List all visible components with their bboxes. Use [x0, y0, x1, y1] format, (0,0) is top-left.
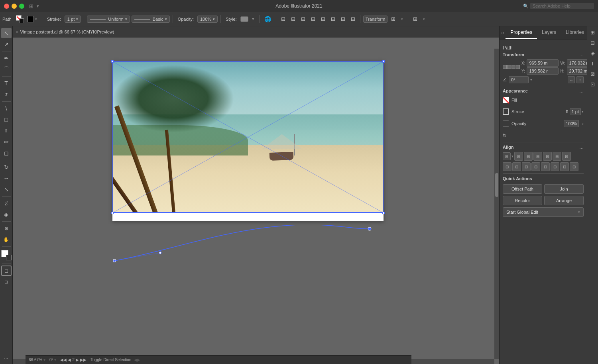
- align-to-dropdown[interactable]: ⊟ ▾: [503, 152, 513, 161]
- stroke-weight-dropdown[interactable]: 1 pt ▾: [65, 16, 81, 23]
- transform-label[interactable]: Transform: [363, 16, 388, 23]
- align-ri-icon[interactable]: ⊠: [588, 69, 597, 78]
- handle-bl[interactable]: [111, 212, 114, 214]
- nav-prev-icon[interactable]: ◀: [68, 358, 71, 362]
- dist-left-btn[interactable]: ⊟: [503, 162, 511, 171]
- type-ri-icon[interactable]: T: [588, 59, 597, 68]
- angle-dropdown[interactable]: ▾: [54, 358, 56, 362]
- direct-select-tool[interactable]: ↗: [1, 39, 12, 49]
- align-btn-1[interactable]: ⊟: [279, 15, 287, 23]
- tab-layers[interactable]: Layers: [537, 26, 561, 39]
- align-btn-8[interactable]: ⊟: [349, 15, 357, 23]
- eraser-tool[interactable]: ◻: [1, 148, 12, 158]
- opacity-expand[interactable]: ›: [582, 121, 584, 126]
- stroke-fill-indicator[interactable]: [16, 15, 24, 23]
- document-tab[interactable]: Vintage postcard.ai @ 66.67 % (CMYK/Prev…: [20, 30, 114, 34]
- flip-h-button[interactable]: ↔: [568, 76, 575, 83]
- grid-dot[interactable]: [516, 65, 520, 69]
- style-swatch[interactable]: [240, 16, 248, 22]
- stroke-style-dropdown[interactable]: Basic ▾: [132, 16, 170, 23]
- arrange-dropdown[interactable]: ▾: [421, 16, 427, 22]
- dist-center-h-btn[interactable]: ⊟: [512, 162, 521, 171]
- offset-path-button[interactable]: Offset Path: [503, 184, 542, 194]
- transform-more[interactable]: …: [579, 52, 584, 57]
- stroke-dropdown-arrow[interactable]: ▾: [35, 17, 37, 21]
- style-dropdown[interactable]: ▾: [250, 16, 256, 22]
- panel-collapse-icon[interactable]: ‹‹: [500, 26, 506, 39]
- handle-tr[interactable]: [382, 60, 385, 63]
- zoom-dropdown[interactable]: ▾: [43, 358, 45, 362]
- close-button[interactable]: [4, 4, 9, 9]
- y-value[interactable]: 189.582 r: [527, 67, 559, 75]
- stroke-weight-up[interactable]: ⬆: [565, 109, 569, 114]
- opacity-value-panel[interactable]: 100%: [564, 120, 579, 127]
- grid-dot[interactable]: [503, 65, 507, 69]
- align-btn-3[interactable]: ⊟: [299, 15, 307, 23]
- grid-dot[interactable]: [507, 65, 511, 69]
- nav-first-icon[interactable]: ◀◀: [60, 358, 67, 362]
- control-handle-1[interactable]: [159, 252, 161, 254]
- vertical-scrollbar-thumb[interactable]: [495, 173, 498, 197]
- artboard-nav[interactable]: ◀◀ ◀ 2 ▶ ▶▶: [60, 358, 87, 362]
- toggle-arrows[interactable]: ◀▶: [134, 358, 140, 362]
- tab-libraries[interactable]: Libraries: [561, 26, 589, 39]
- align-btn-6[interactable]: ⊟: [329, 15, 337, 23]
- hand-tool[interactable]: ✋: [1, 234, 12, 245]
- line-tool[interactable]: \: [1, 103, 12, 114]
- appearance-more[interactable]: …: [579, 89, 584, 93]
- more-tools[interactable]: …: [1, 352, 12, 362]
- align-center-h-btn[interactable]: ⊟: [524, 152, 533, 161]
- search-input[interactable]: [530, 3, 594, 9]
- dist-top-btn[interactable]: ⊟: [531, 162, 540, 171]
- arrange-icon[interactable]: ⊞: [411, 15, 419, 23]
- rotate-tool[interactable]: ↻: [1, 162, 12, 172]
- rect-tool[interactable]: □: [1, 114, 12, 125]
- eyedropper-tool[interactable]: 𝓔: [1, 198, 12, 209]
- layout-dropdown[interactable]: ▾: [37, 4, 39, 9]
- global-edit-dropdown[interactable]: ▾: [578, 210, 580, 214]
- curvature-tool[interactable]: ⌒: [1, 64, 12, 75]
- align-left-btn[interactable]: ⊟: [514, 152, 523, 161]
- screen-mode[interactable]: ⊡: [1, 277, 12, 287]
- zoom-tool[interactable]: ⊕: [1, 223, 12, 234]
- align-btn-4[interactable]: ⊟: [309, 15, 317, 23]
- align-btn-7[interactable]: ⊟: [339, 15, 347, 23]
- align-bottom-btn[interactable]: ⊟: [562, 152, 571, 161]
- nav-next-icon[interactable]: ▶: [76, 358, 79, 362]
- dist-center-v-btn[interactable]: ⊟: [541, 162, 550, 171]
- flip-v-button[interactable]: ↕: [576, 76, 584, 83]
- opacity-dropdown[interactable]: 100% ▾: [197, 16, 218, 23]
- dist-right-btn[interactable]: ⊟: [522, 162, 531, 171]
- properties-icon[interactable]: ⊞: [588, 28, 597, 37]
- nav-last-icon[interactable]: ▶▶: [80, 358, 87, 362]
- align-right-btn[interactable]: ⊟: [533, 152, 542, 161]
- web-icon[interactable]: 🌐: [262, 15, 273, 23]
- type-tool[interactable]: T: [1, 78, 12, 89]
- stroke-value[interactable]: 1 pt: [570, 108, 581, 115]
- angle-value[interactable]: 0°: [509, 76, 529, 83]
- pencil-tool[interactable]: ✏: [1, 137, 12, 147]
- recolor-button[interactable]: Recolor: [503, 196, 542, 205]
- select-tool[interactable]: ↖: [1, 28, 12, 38]
- blend-tool[interactable]: ◈: [1, 209, 12, 220]
- background-color[interactable]: [6, 255, 12, 260]
- canvas-area[interactable]: × Vintage postcard.ai @ 66.67 % (CMYK/Pr…: [13, 26, 499, 364]
- dist-spacing-v-btn[interactable]: ⊟: [570, 162, 578, 171]
- align-top-btn[interactable]: ⊟: [543, 152, 552, 161]
- vertical-scrollbar[interactable]: [494, 49, 499, 359]
- stroke-profile-dropdown[interactable]: Uniform ▾: [87, 16, 130, 23]
- layers-icon[interactable]: ⊟: [588, 38, 597, 47]
- artboard-page[interactable]: 2: [72, 358, 75, 362]
- tab-close-button[interactable]: ×: [16, 30, 18, 34]
- transform-dropdown[interactable]: ▾: [399, 16, 405, 22]
- stroke-swatch[interactable]: [503, 108, 509, 115]
- join-button[interactable]: Join: [544, 184, 584, 194]
- dist-spacing-btn[interactable]: ⊟: [560, 162, 569, 171]
- rotation-angle[interactable]: 0° ▾: [49, 358, 57, 362]
- maximize-button[interactable]: [19, 4, 24, 9]
- angle-dropdown[interactable]: ▾: [530, 78, 532, 82]
- tab-properties[interactable]: Properties: [506, 26, 537, 39]
- align-to-icon[interactable]: ⊟: [503, 152, 511, 160]
- drawing-mode[interactable]: ◻: [1, 266, 12, 276]
- dist-bottom-btn[interactable]: ⊟: [551, 162, 559, 171]
